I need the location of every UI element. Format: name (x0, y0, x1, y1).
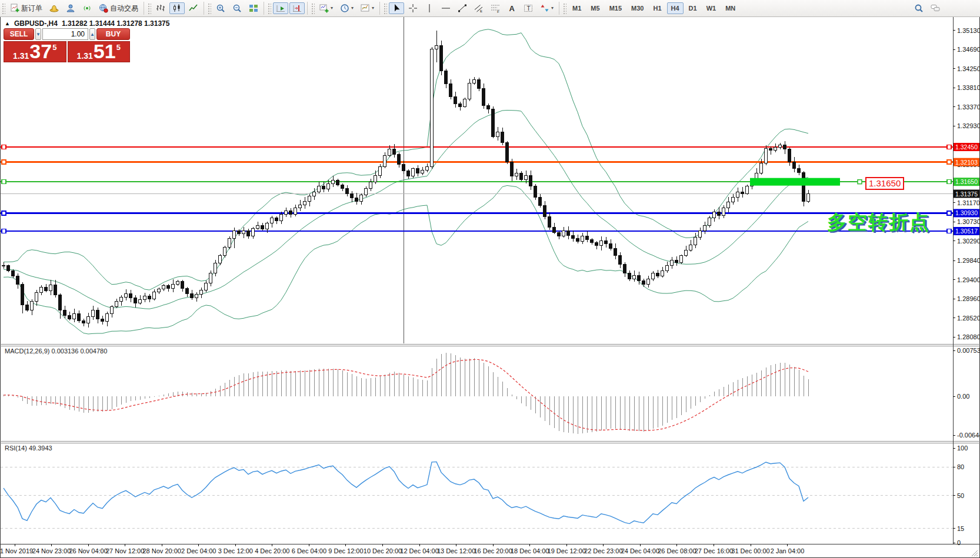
buy-button[interactable]: BUY (96, 28, 130, 40)
line-anchor-icon[interactable] (947, 211, 951, 215)
line-anchor-icon[interactable] (947, 229, 951, 233)
svg-text:E: E (480, 9, 482, 13)
svg-text:1.34690: 1.34690 (957, 46, 980, 53)
one-click-trading-panel: SELL ▼ ▲ BUY 1.31 37 5 1.31 51 5 (4, 28, 130, 62)
line-anchor-icon[interactable] (2, 180, 6, 184)
collapse-panel-arrow[interactable]: ▲ (5, 21, 10, 26)
svg-text:1.30290: 1.30290 (957, 238, 980, 245)
toolbar-grip[interactable] (311, 2, 315, 14)
svg-text:1.34250: 1.34250 (957, 65, 980, 72)
tf-m5-button[interactable]: M5 (586, 2, 604, 14)
signals-button[interactable] (79, 2, 95, 14)
tf-m15-button[interactable]: M15 (605, 2, 626, 14)
text-label-tool-button[interactable]: T (521, 2, 536, 14)
line-anchor-icon[interactable] (2, 145, 6, 149)
cursor-tool-button[interactable] (389, 2, 404, 14)
sell-price-display[interactable]: 1.31 37 5 (4, 41, 66, 62)
svg-text:28 Nov 20:00: 28 Nov 20:00 (142, 547, 181, 554)
tile-windows-button[interactable] (246, 2, 261, 14)
candle-chart-mode-button[interactable] (169, 2, 185, 14)
horizontal-line-tool-button[interactable] (438, 2, 454, 14)
line-icon (189, 4, 198, 13)
hline-icon (441, 4, 451, 13)
tf-d1-button[interactable]: D1 (685, 2, 701, 14)
search-button[interactable] (911, 2, 926, 14)
arrows-tool-button[interactable]: ▾ (537, 2, 556, 14)
strategy-tester-button[interactable] (46, 2, 62, 14)
svg-text:1.32103: 1.32103 (955, 159, 978, 166)
tf-h4-button[interactable]: H4 (667, 2, 684, 14)
price-callout-label[interactable]: 1.31650 (865, 177, 904, 190)
sell-price-big: 37 (29, 41, 52, 61)
toolbar-grip[interactable] (267, 2, 271, 14)
callout-anchor-icon[interactable] (858, 180, 862, 184)
svg-text:18 Dec 04:00: 18 Dec 04:00 (511, 547, 549, 554)
trendline-tool-button[interactable] (455, 2, 470, 14)
cursor-icon (392, 4, 401, 13)
line-anchor-icon[interactable] (947, 180, 951, 184)
shift-icon (292, 4, 302, 13)
auto-trading-button[interactable]: 自动交易 (96, 2, 141, 14)
tf-h1-button[interactable]: H1 (649, 2, 665, 14)
svg-text:24 Nov 23:00: 24 Nov 23:00 (32, 547, 71, 554)
channel-tool-button[interactable]: E (471, 2, 486, 14)
price-tag-1.32450: 1.32450 (954, 143, 979, 151)
profile-button[interactable] (63, 2, 78, 14)
line-anchor-icon[interactable] (947, 160, 951, 164)
bar-chart-mode-button[interactable] (153, 2, 168, 14)
tf-mn-button[interactable]: MN (721, 2, 739, 14)
fibonacci-tool-button[interactable]: F (488, 2, 503, 14)
buy-price-small: 1.31 (77, 52, 93, 60)
toolbar-grip[interactable] (207, 2, 211, 14)
tf-m1-button[interactable]: M1 (568, 2, 585, 14)
text-tool-button[interactable]: A (504, 2, 519, 14)
line-anchor-icon[interactable] (2, 160, 6, 164)
auto-trading-label: 自动交易 (110, 4, 138, 14)
buy-price-display[interactable]: 1.31 51 5 (68, 41, 131, 62)
tf-mn-label: MN (725, 5, 735, 12)
crosshair-tool-button[interactable] (405, 2, 421, 14)
channel-icon: E (474, 4, 484, 13)
zoom-out-button[interactable] (229, 2, 245, 14)
toolbar-grip[interactable] (562, 2, 566, 14)
volume-decrease-button[interactable]: ▼ (35, 28, 41, 40)
tf-w1-button[interactable]: W1 (702, 2, 721, 14)
volume-increase-button[interactable]: ▲ (89, 28, 95, 40)
line-chart-mode-button[interactable] (186, 2, 201, 14)
dropdown-caret-icon: ▾ (551, 6, 554, 11)
line-anchor-icon[interactable] (947, 145, 951, 149)
new-order-button[interactable]: 新订单 (7, 2, 45, 14)
template-icon (361, 4, 370, 13)
price-tag-1.30930: 1.30930 (954, 209, 979, 217)
line-anchor-icon[interactable] (2, 229, 6, 233)
zoom-in-button[interactable] (213, 2, 228, 14)
auto-scroll-button[interactable] (273, 2, 288, 14)
shapes-icon (540, 4, 549, 13)
toolbar-grip[interactable] (383, 2, 387, 14)
sell-button[interactable]: SELL (4, 28, 34, 40)
toolbar-grip[interactable] (147, 2, 151, 14)
svg-text:27 Dec 16:00: 27 Dec 16:00 (695, 547, 733, 554)
svg-text:0: 0 (957, 539, 961, 546)
svg-text:0.00: 0.00 (957, 393, 969, 400)
green-highlight-box[interactable] (750, 178, 840, 186)
textA-icon: A (507, 4, 516, 13)
ohlc-values: 1.31282 1.31444 1.31278 1.31375 (62, 19, 170, 28)
volume-input[interactable] (42, 28, 88, 40)
toolbar-grip[interactable] (1, 2, 5, 14)
svg-text:0.007538: 0.007538 (957, 347, 980, 354)
vline-icon (425, 4, 434, 13)
chart-area[interactable]: 1.351301.346901.342501.338101.333701.329… (0, 0, 980, 558)
vertical-line-tool-button[interactable] (422, 2, 437, 14)
tf-m30-button[interactable]: M30 (627, 2, 648, 14)
new-chart-button[interactable]: ▾ (316, 2, 336, 14)
period-menu-button[interactable]: ▾ (337, 2, 356, 14)
community-chat-button[interactable] (928, 2, 943, 14)
tf-w1-label: W1 (706, 5, 716, 12)
line-anchor-icon[interactable] (2, 211, 6, 215)
crosshair-icon (408, 4, 418, 13)
templates-menu-button[interactable]: ▾ (358, 2, 377, 14)
dropdown-caret-icon: ▾ (372, 6, 374, 11)
svg-text:2 Dec 04:00: 2 Dec 04:00 (181, 547, 216, 554)
chart-shift-button[interactable] (289, 2, 305, 14)
